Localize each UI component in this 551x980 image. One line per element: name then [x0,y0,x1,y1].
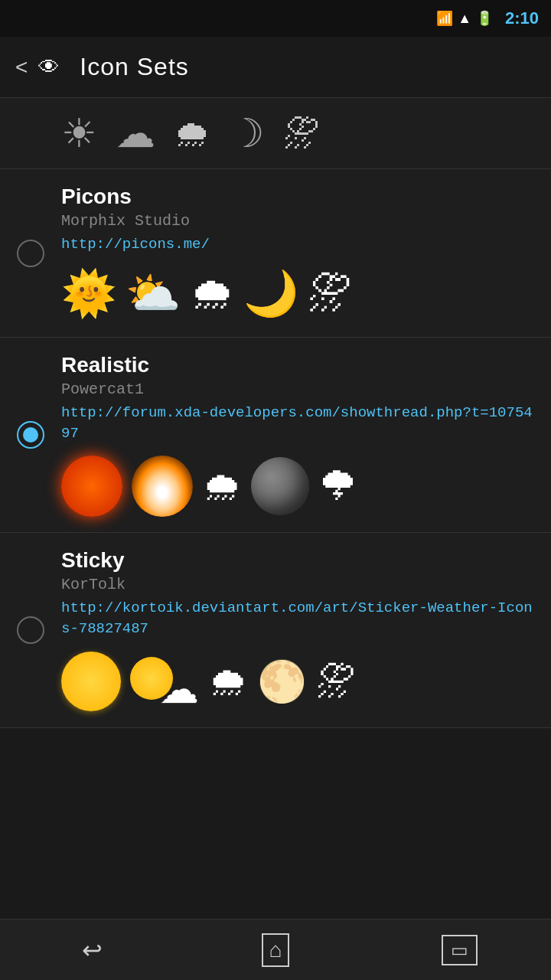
icon-set-card-sticky[interactable]: Sticky KorTolk http://kortoik.deviantart… [0,533,551,728]
wifi-icon: 📶 [436,10,453,27]
sticky-author: KorTolk [61,576,539,593]
eye-icon: 👁 [31,55,67,80]
sticky-thunder-icon: ⛈ [316,658,356,704]
back-nav-icon: ↩ [82,936,103,965]
back-chevron-icon[interactable]: < [15,55,28,80]
picons-title: Picons [61,185,539,209]
picons-moon-icon: 🌙 [243,267,298,319]
picons-cloudsun-icon: ⛅ [126,267,181,319]
sticky-moon-icon: 🌕 [257,658,307,705]
status-icons: 📶 ▲ 🔋 [436,10,493,27]
strip-sun-icon: ☀ [61,110,97,156]
realistic-rain-icon: 🌧 [202,463,242,509]
strip-rain-icon: 🌧 [174,113,210,155]
home-nav-icon: ⌂ [262,933,290,967]
card-content-sticky: Sticky KorTolk http://kortoik.deviantart… [61,533,551,727]
strip-cloud-icon: ☁ [116,110,155,156]
strip-moon-icon: ☽ [229,110,265,156]
bottom-nav: ↩ ⌂ ▭ [0,919,551,980]
app-logo: < 👁 [15,55,67,80]
sticky-partlycloudy-icon: ☁ [130,651,199,712]
picons-rain-icon: 🌧 [190,267,234,318]
page-title: Icon Sets [80,53,188,81]
icon-set-card-picons[interactable]: Picons Morphix Studio http://picons.me/ … [0,169,551,338]
picons-thunder-icon: ⛈ [308,267,352,318]
status-time: 2:10 [505,8,539,28]
strip-thunder-icon: ⛈ [283,113,320,155]
picons-url[interactable]: http://picons.me/ [61,234,539,255]
radio-col-picons[interactable] [0,169,61,337]
back-button[interactable]: ↩ [61,927,122,973]
recents-nav-icon: ▭ [442,935,478,965]
card-content-realistic: Realistic Powercat1 http://forum.xda-dev… [61,338,551,532]
status-bar: 📶 ▲ 🔋 2:10 [0,0,551,37]
signal-icon: ▲ [458,11,471,27]
radio-button-sticky[interactable] [17,616,44,644]
picons-sun-icon: 🌞 [61,267,116,319]
top-icon-strip: ☀ ☁ 🌧 ☽ ⛈ [0,98,551,169]
sticky-sun-icon [61,652,121,711]
realistic-title: Realistic [61,353,539,377]
radio-col-realistic[interactable] [0,338,61,532]
realistic-author: Powercat1 [61,381,539,398]
realistic-moon-icon [251,457,309,515]
picons-icons-row: 🌞 ⛅ 🌧 🌙 ⛈ [61,267,539,319]
realistic-lightning-icon: 🌩 [318,463,358,509]
picons-author: Morphix Studio [61,212,539,230]
icon-set-card-realistic[interactable]: Realistic Powercat1 http://forum.xda-dev… [0,338,551,533]
radio-col-sticky[interactable] [0,533,61,727]
home-button[interactable]: ⌂ [245,927,306,973]
realistic-sun-icon [61,456,122,517]
sticky-rain-icon: 🌧 [208,658,248,704]
scroll-content: ☀ ☁ 🌧 ☽ ⛈ Picons Morphix Studio http://p… [0,98,551,980]
top-bar: < 👁 Icon Sets [0,37,551,98]
radio-button-realistic[interactable] [17,421,44,449]
realistic-url[interactable]: http://forum.xda-developers.com/showthre… [61,403,539,443]
recents-button[interactable]: ▭ [429,927,490,973]
card-content-picons: Picons Morphix Studio http://picons.me/ … [61,169,551,337]
radio-button-picons[interactable] [17,240,44,267]
sticky-icons-row: ☁ 🌧 🌕 ⛈ [61,651,539,712]
realistic-icons-row: 🌧 🌩 [61,456,539,517]
battery-icon: 🔋 [476,10,493,27]
realistic-cloud-icon [132,456,193,517]
sticky-title: Sticky [61,548,539,573]
sticky-url[interactable]: http://kortoik.deviantart.com/art/Sticke… [61,598,539,639]
